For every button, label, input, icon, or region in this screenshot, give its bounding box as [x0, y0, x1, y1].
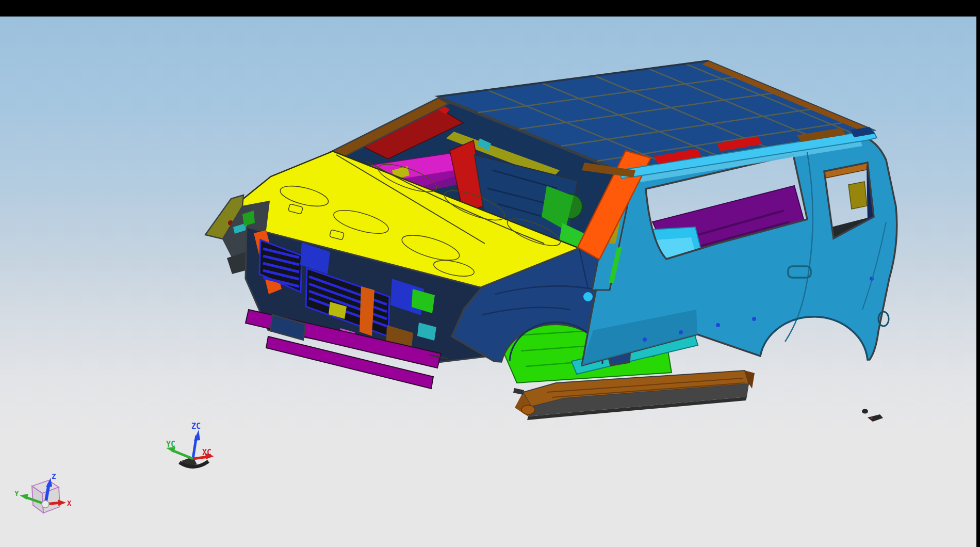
cad-application-window: ZC YC XC Z Y X — [0, 0, 980, 547]
datum-origin-ball[interactable] — [42, 501, 49, 508]
wcs-x-label: XC — [202, 448, 211, 457]
right-black-bar — [976, 0, 980, 547]
top-black-bar — [0, 0, 980, 17]
datum-y-label: Y — [14, 489, 19, 497]
datum-z-label: Z — [52, 472, 56, 480]
debris-fragments[interactable] — [862, 409, 883, 422]
model-canvas: ZC YC XC Z Y X — [0, 0, 980, 547]
wcs-z-label: ZC — [191, 422, 201, 431]
datum-csys[interactable]: Z Y X — [14, 472, 72, 513]
datum-x-label: X — [67, 499, 72, 507]
wcs-y-axis[interactable] — [171, 450, 193, 459]
wcs-y-label: YC — [166, 440, 175, 449]
wcs-triad[interactable]: ZC YC XC — [166, 422, 214, 467]
